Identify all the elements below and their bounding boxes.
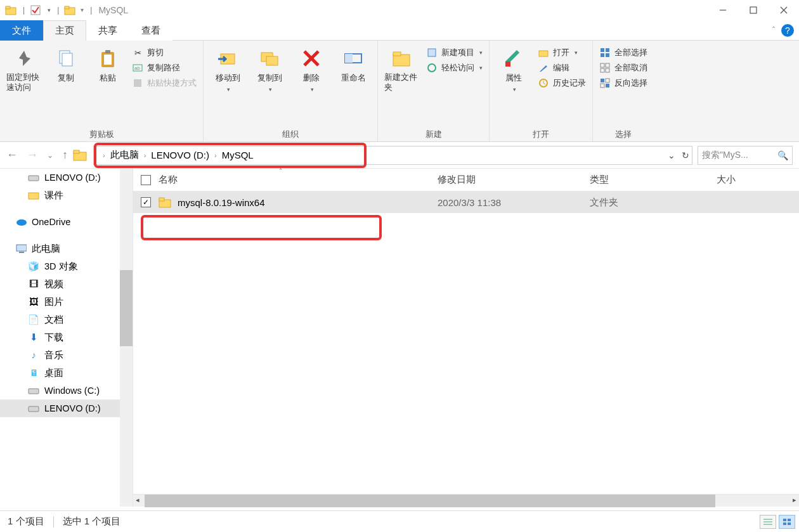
tree-scroll-thumb[interactable] bbox=[120, 270, 133, 346]
moveto-button[interactable]: 移动到 ▾ bbox=[210, 44, 245, 93]
col-header-size[interactable]: 大小 bbox=[717, 174, 793, 186]
tree-item-downloads[interactable]: ⬇下载 bbox=[0, 328, 133, 346]
chevron-right-icon[interactable]: › bbox=[103, 152, 105, 159]
crumb-drive[interactable]: LENOVO (D:) bbox=[151, 150, 209, 160]
open-button[interactable]: 打开 ▾ bbox=[538, 47, 586, 58]
scroll-thumb[interactable] bbox=[145, 495, 715, 507]
collapse-ribbon-icon[interactable]: ˆ bbox=[772, 26, 775, 35]
tree-item-music[interactable]: ♪音乐 bbox=[0, 346, 133, 364]
moveto-label: 移动到 bbox=[216, 72, 240, 84]
crumb-thispc[interactable]: 此电脑 bbox=[110, 149, 139, 161]
svg-point-27 bbox=[428, 64, 436, 72]
select-group-label: 选择 bbox=[599, 126, 647, 140]
tab-file[interactable]: 文件 bbox=[0, 20, 43, 41]
moveto-icon bbox=[216, 47, 239, 70]
maximize-button[interactable] bbox=[738, 0, 769, 20]
search-placeholder: 搜索"MyS... bbox=[702, 150, 748, 161]
history-dropdown-icon[interactable]: ⌄ bbox=[47, 151, 53, 160]
horizontal-scrollbar[interactable]: ◂ ▸ bbox=[133, 494, 799, 507]
tree-item-lenovo-d[interactable]: LENOVO (D:) bbox=[0, 169, 133, 186]
scroll-left-icon[interactable]: ◂ bbox=[136, 496, 140, 504]
tree-item-videos[interactable]: 🎞视频 bbox=[0, 275, 133, 293]
copyto-button[interactable]: 复制到 ▾ bbox=[252, 44, 287, 93]
qat-dropdown-icon[interactable]: ▾ bbox=[48, 7, 51, 13]
file-row[interactable]: ✓ mysql-8.0.19-winx64 2020/3/3 11:38 文件夹 bbox=[133, 191, 799, 213]
invert-selection-button[interactable]: 反向选择 bbox=[599, 77, 647, 89]
invert-icon bbox=[599, 77, 611, 89]
pin-to-quickaccess-button[interactable]: 固定到快速访问 bbox=[6, 44, 42, 92]
refresh-icon[interactable]: ↻ bbox=[682, 150, 689, 160]
dropdown-icon: ▾ bbox=[227, 86, 230, 93]
view-details-button[interactable] bbox=[760, 515, 776, 529]
breadcrumb[interactable]: › 此电脑 › LENOVO (D:) › MySQL ⌄ ↻ bbox=[93, 146, 692, 165]
close-button[interactable] bbox=[769, 0, 799, 20]
delete-button[interactable]: 删除 ▾ bbox=[294, 44, 329, 93]
easy-access-button[interactable]: 轻松访问 ▾ bbox=[426, 62, 483, 74]
history-button[interactable]: 历史记录 bbox=[538, 77, 586, 89]
body-panel: LENOVO (D:) 课件 OneDrive 此电脑 🧊3D 对象 🎞视频 🖼… bbox=[0, 169, 799, 507]
svg-rect-49 bbox=[19, 252, 24, 253]
music-icon: ♪ bbox=[28, 349, 39, 361]
copy-path-button[interactable]: ab 复制路径 bbox=[132, 62, 197, 74]
overflow-icon[interactable]: ▾ bbox=[81, 6, 84, 13]
file-list: ˄ 名称 修改日期 类型 大小 ✓ mysql-8.0.19-winx64 20… bbox=[133, 169, 799, 507]
tree-item-thispc[interactable]: 此电脑 bbox=[0, 240, 133, 257]
folder-icon bbox=[159, 196, 171, 209]
search-input[interactable]: 搜索"MyS... 🔍 bbox=[698, 146, 793, 165]
tab-share[interactable]: 共享 bbox=[86, 20, 129, 41]
back-button[interactable]: ← bbox=[6, 148, 18, 162]
videos-icon: 🎞 bbox=[28, 278, 39, 290]
navigation-tree[interactable]: LENOVO (D:) 课件 OneDrive 此电脑 🧊3D 对象 🎞视频 🖼… bbox=[0, 169, 133, 507]
tree-label: 下载 bbox=[44, 332, 63, 344]
checkbox-icon[interactable] bbox=[30, 4, 41, 16]
forward-button[interactable]: → bbox=[27, 148, 38, 162]
select-all-checkbox[interactable] bbox=[141, 175, 151, 185]
dropdown-icon: ▾ bbox=[575, 49, 578, 56]
minimize-button[interactable] bbox=[708, 0, 738, 20]
edit-button[interactable]: 编辑 bbox=[538, 62, 586, 74]
help-icon[interactable]: ? bbox=[781, 24, 794, 37]
svg-rect-13 bbox=[105, 50, 110, 53]
tree-item-lenovod2[interactable]: LENOVO (D:) bbox=[0, 399, 133, 417]
address-dropdown-icon[interactable]: ⌄ bbox=[668, 150, 675, 160]
rename-button[interactable]: 重命名 bbox=[335, 44, 371, 84]
cut-button[interactable]: ✂ 剪切 bbox=[132, 47, 197, 58]
col-header-name[interactable]: 名称 bbox=[159, 174, 438, 186]
address-folder-icon[interactable] bbox=[73, 148, 88, 163]
pin-label: 固定到快速访问 bbox=[6, 72, 42, 92]
chevron-right-icon[interactable]: › bbox=[144, 152, 146, 159]
crumb-folder[interactable]: MySQL bbox=[222, 150, 254, 160]
select-all-button[interactable]: 全部选择 bbox=[599, 47, 647, 58]
tree-item-courseware[interactable]: 课件 bbox=[0, 186, 133, 204]
tab-view[interactable]: 查看 bbox=[129, 20, 172, 41]
chevron-right-icon[interactable]: › bbox=[214, 152, 217, 159]
select-none-button[interactable]: 全部取消 bbox=[599, 62, 647, 74]
tree-label: 此电脑 bbox=[32, 243, 60, 255]
paste-shortcut-button[interactable]: 粘贴快捷方式 bbox=[132, 77, 197, 89]
rename-label: 重命名 bbox=[341, 72, 366, 84]
tree-item-onedrive[interactable]: OneDrive bbox=[0, 213, 133, 231]
drive-icon bbox=[28, 385, 39, 396]
row-checkbox[interactable]: ✓ bbox=[141, 197, 151, 207]
up-button[interactable]: ↑ bbox=[62, 148, 68, 162]
col-header-type[interactable]: 类型 bbox=[590, 174, 717, 186]
tree-label: 文档 bbox=[44, 314, 63, 326]
tree-item-pictures[interactable]: 🖼图片 bbox=[0, 293, 133, 311]
tab-home[interactable]: 主页 bbox=[43, 20, 86, 41]
new-item-button[interactable]: 新建项目 ▾ bbox=[426, 47, 483, 58]
column-headers[interactable]: ˄ 名称 修改日期 类型 大小 bbox=[133, 169, 799, 191]
view-icons-button[interactable] bbox=[779, 515, 795, 529]
new-folder-button[interactable]: 新建文件夹 bbox=[384, 44, 420, 92]
scroll-right-icon[interactable]: ▸ bbox=[793, 496, 796, 504]
col-header-modified[interactable]: 修改日期 bbox=[438, 174, 590, 186]
tree-item-documents[interactable]: 📄文档 bbox=[0, 311, 133, 328]
tree-item-desktop[interactable]: 🖥桌面 bbox=[0, 364, 133, 382]
tree-item-windowsc[interactable]: Windows (C:) bbox=[0, 382, 133, 399]
select-none-icon bbox=[599, 62, 611, 74]
paste-button[interactable]: 粘贴 bbox=[90, 44, 126, 84]
tree-item-3d[interactable]: 🧊3D 对象 bbox=[0, 257, 133, 275]
properties-button[interactable]: 属性 ▾ bbox=[496, 44, 531, 93]
status-item-count: 1 个项目 bbox=[8, 516, 44, 528]
svg-rect-1 bbox=[6, 6, 10, 9]
copy-button[interactable]: 复制 bbox=[48, 44, 84, 84]
